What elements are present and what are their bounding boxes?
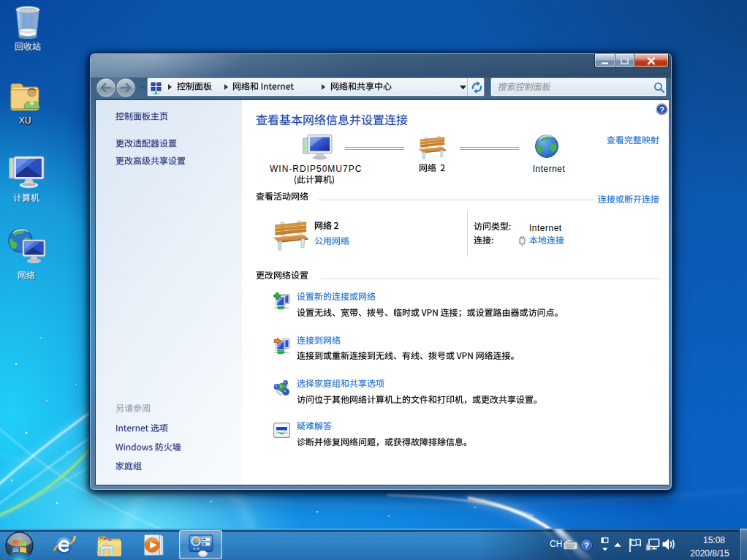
svg-text:?: ? [584, 541, 589, 550]
svg-text:?: ? [659, 105, 664, 114]
